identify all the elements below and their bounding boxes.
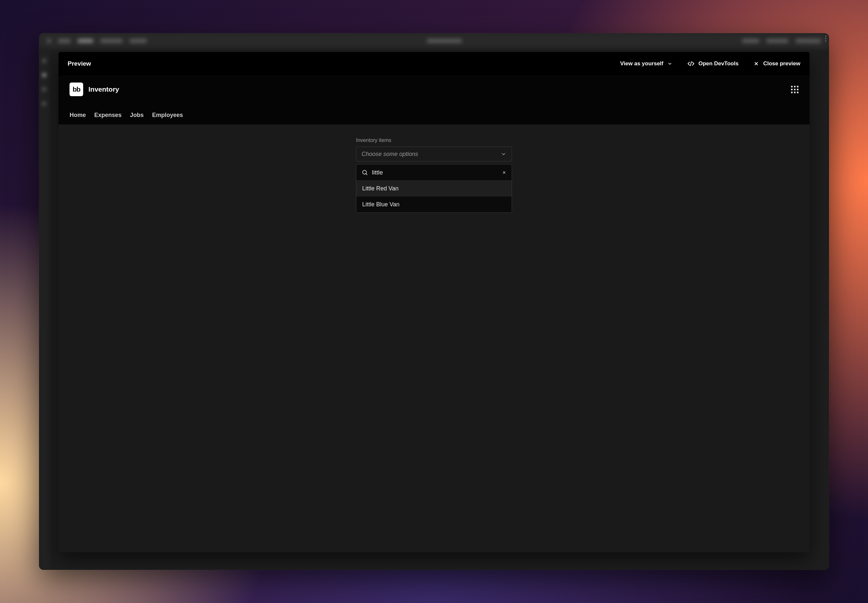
window-menu-icon[interactable] (825, 36, 826, 42)
svg-point-4 (363, 170, 366, 174)
nav-home[interactable]: Home (70, 112, 86, 119)
chevron-down-icon (667, 61, 672, 66)
dropdown-search-input[interactable] (372, 169, 498, 176)
code-icon (687, 60, 695, 67)
svg-line-1 (690, 62, 692, 66)
app-nav: Home Expenses Jobs Employees (70, 112, 798, 124)
preview-bar: Preview View as yourself Open DevTools C… (59, 52, 809, 76)
multiselect-placeholder: Choose some options (361, 151, 418, 158)
view-as-dropdown[interactable]: View as yourself (620, 60, 672, 67)
app-title: Inventory (88, 85, 119, 93)
field-label: Inventory items (356, 138, 512, 143)
nav-expenses[interactable]: Expenses (94, 112, 122, 119)
browser-window: Preview View as yourself Open DevTools C… (39, 33, 829, 570)
clear-search-button[interactable] (502, 170, 507, 175)
app-logo: bb (70, 82, 83, 96)
preview-title: Preview (68, 60, 91, 67)
search-icon (361, 169, 368, 176)
close-label: Close preview (763, 60, 800, 67)
chevron-down-icon (500, 151, 507, 157)
close-icon (502, 170, 507, 175)
close-icon (753, 61, 759, 66)
apps-grid-icon[interactable] (791, 86, 798, 93)
blurred-sidebar (39, 49, 49, 570)
app-body: Inventory items Choose some options Litt… (59, 124, 809, 552)
svg-line-5 (366, 173, 367, 175)
multiselect-box[interactable]: Choose some options (356, 147, 512, 161)
preview-panel: Preview View as yourself Open DevTools C… (59, 52, 809, 552)
nav-jobs[interactable]: Jobs (130, 112, 144, 119)
blurred-toolbar (39, 33, 829, 49)
dropdown-option[interactable]: Little Red Van (356, 181, 512, 196)
open-devtools-button[interactable]: Open DevTools (687, 60, 738, 67)
multiselect-dropdown: Little Red Van Little Blue Van (356, 164, 512, 213)
app-header: bb Inventory Home Expenses Jobs Employee… (59, 76, 809, 124)
close-preview-button[interactable]: Close preview (753, 60, 800, 67)
dropdown-search-row (356, 164, 512, 181)
devtools-label: Open DevTools (698, 60, 738, 67)
dropdown-option[interactable]: Little Blue Van (356, 196, 512, 212)
view-as-label: View as yourself (620, 60, 663, 67)
nav-employees[interactable]: Employees (152, 112, 183, 119)
